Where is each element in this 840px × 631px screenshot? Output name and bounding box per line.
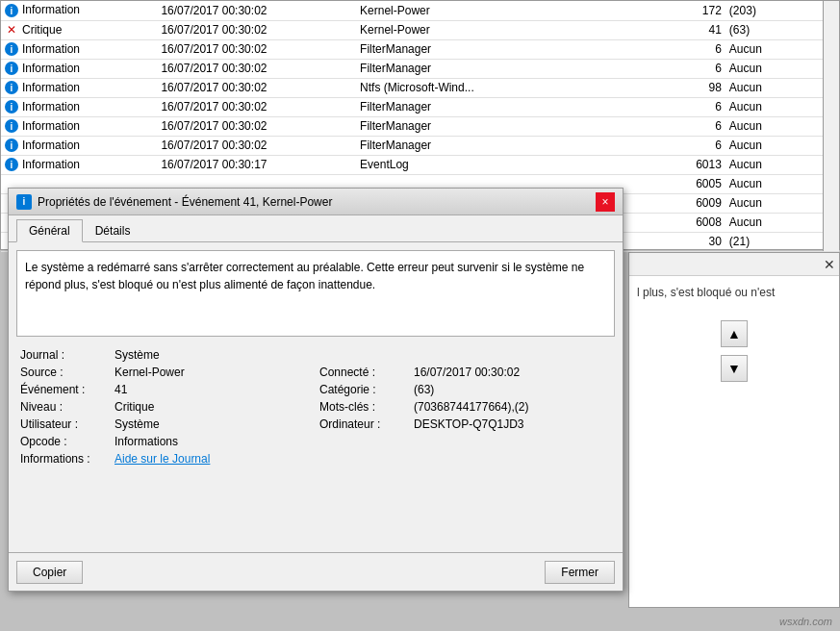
computer-value: DESKTOP-Q7Q1JD3 (414, 417, 611, 431)
id-cell: 6 (640, 116, 725, 136)
event-value: 41 (115, 383, 312, 396)
table-row[interactable]: iInformation 16/07/2017 00:30:02 FilterM… (1, 116, 839, 136)
info-link[interactable]: Aide sur le Journal (115, 452, 312, 466)
source-cell: FilterManager (356, 97, 640, 116)
tab-details[interactable]: Détails (83, 219, 143, 241)
dialog-title-text: Propriétés de l'événement - Événement 41… (38, 195, 596, 209)
table-row[interactable]: iInformation 16/07/2017 00:30:02 Kernel-… (1, 1, 839, 20)
id-cell: 6 (640, 59, 725, 78)
dialog-titlebar: i Propriétés de l'événement - Événement … (9, 189, 623, 215)
id-cell: 6 (640, 97, 725, 116)
table-row[interactable]: iInformation 16/07/2017 00:30:02 FilterM… (1, 59, 839, 78)
computer-label: Ordinateur : (319, 417, 406, 431)
date-cell: 16/07/2017 00:30:17 (157, 155, 356, 174)
table-row[interactable]: iInformation 16/07/2017 00:30:02 FilterM… (1, 136, 839, 155)
source-value: Kernel-Power (115, 366, 312, 379)
dialog-title-icon: i (16, 194, 32, 210)
event-message-box: Le système a redémarré sans s'arrêter co… (16, 250, 615, 337)
copy-button[interactable]: Copier (16, 561, 83, 584)
tab-general[interactable]: Général (16, 219, 83, 242)
event-properties-dialog: i Propriétés de l'événement - Événement … (8, 188, 624, 592)
opcode-label: Opcode : (20, 435, 107, 448)
source-label: Source : (20, 366, 107, 379)
down-button[interactable]: ▼ (721, 355, 748, 382)
level-value: Critique (115, 400, 312, 414)
id-cell: 6 (640, 39, 725, 59)
id-cell: 41 (640, 20, 725, 39)
right-panel-close-btn[interactable]: ✕ (824, 257, 835, 272)
info-icon: i (5, 62, 18, 75)
info-icon: i (5, 158, 18, 171)
right-panel-text: l plus, s'est bloqué ou n'est (629, 276, 839, 309)
dialog-content: Le système a redémarré sans s'arrêter co… (9, 242, 623, 473)
category-value: (63) (414, 383, 611, 396)
level-label: Niveau : (20, 400, 107, 414)
source-cell: EventLog (356, 155, 640, 174)
info-icon: i (5, 119, 18, 133)
critical-icon: ✕ (5, 23, 18, 37)
date-cell: 16/07/2017 00:30:02 (157, 1, 356, 20)
id-cell: 6009 (640, 193, 725, 213)
id-cell: 6008 (640, 213, 725, 232)
date-cell: 16/07/2017 00:30:02 (157, 97, 356, 116)
close-dialog-button[interactable]: Fermer (545, 561, 615, 584)
date-cell: 16/07/2017 00:30:02 (157, 136, 356, 155)
level-cell: iInformation (1, 97, 157, 116)
dialog-tabs: Général Détails (9, 215, 623, 242)
source-cell: FilterManager (356, 59, 640, 78)
opcode-value: Informations (115, 435, 312, 448)
right-panel-header: ✕ (629, 253, 839, 276)
level-cell: iInformation (1, 116, 157, 136)
event-message-text: Le système a redémarré sans s'arrêter co… (25, 261, 584, 291)
id-cell: 6013 (640, 155, 725, 174)
table-row[interactable]: iInformation 16/07/2017 00:30:02 FilterM… (1, 97, 839, 116)
details-grid: Journal : Système Source : Kernel-Power … (16, 348, 615, 466)
source-cell: FilterManager (356, 136, 640, 155)
keywords-value: (70368744177664),(2) (414, 400, 611, 414)
table-row[interactable]: iInformation 16/07/2017 00:30:02 Ntfs (M… (1, 78, 839, 97)
level-cell: iInformation (1, 155, 157, 174)
level-cell: ✕Critique (1, 20, 157, 39)
journal-label: Journal : (20, 348, 107, 362)
table-row[interactable]: ✕Critique 16/07/2017 00:30:02 Kernel-Pow… (1, 20, 839, 39)
source-cell: FilterManager (356, 39, 640, 59)
source-cell: Ntfs (Microsoft-Wind... (356, 78, 640, 97)
level-cell: iInformation (1, 39, 157, 59)
id-cell: 98 (640, 78, 725, 97)
table-row[interactable]: iInformation 16/07/2017 00:30:17 EventLo… (1, 155, 839, 174)
info-icon: i (5, 100, 18, 114)
dialog-close-button[interactable]: × (596, 192, 615, 212)
dialog-footer: Copier Fermer (9, 552, 623, 591)
connected-value: 16/07/2017 00:30:02 (414, 366, 611, 379)
event-label: Événement : (20, 383, 107, 396)
level-cell: iInformation (1, 78, 157, 97)
scrollbar[interactable] (823, 1, 839, 251)
watermark: wsxdn.com (779, 616, 832, 627)
user-value: Système (115, 417, 312, 431)
info-icon: i (5, 139, 18, 152)
info-icon: i (5, 81, 18, 94)
user-label: Utilisateur : (20, 417, 107, 431)
id-cell: 172 (640, 1, 725, 20)
date-cell: 16/07/2017 00:30:02 (157, 59, 356, 78)
date-cell: 16/07/2017 00:30:02 (157, 116, 356, 136)
date-cell: 16/07/2017 00:30:02 (157, 78, 356, 97)
category-label: Catégorie : (319, 383, 406, 396)
source-cell: FilterManager (356, 116, 640, 136)
up-button[interactable]: ▲ (721, 320, 748, 347)
level-cell: iInformation (1, 59, 157, 78)
source-cell: Kernel-Power (356, 20, 640, 39)
info-icon: i (5, 4, 18, 17)
id-cell: 6005 (640, 174, 725, 193)
id-cell: 30 (640, 232, 725, 251)
table-row[interactable]: iInformation 16/07/2017 00:30:02 FilterM… (1, 39, 839, 59)
journal-value: Système (115, 348, 312, 362)
info-icon: i (5, 42, 18, 56)
id-cell: 6 (640, 136, 725, 155)
right-panel: ✕ l plus, s'est bloqué ou n'est ▲ ▼ (628, 252, 840, 608)
date-cell: 16/07/2017 00:30:02 (157, 20, 356, 39)
info-label: Informations : (20, 452, 107, 466)
source-cell: Kernel-Power (356, 1, 640, 20)
connected-label: Connecté : (319, 366, 406, 379)
date-cell: 16/07/2017 00:30:02 (157, 39, 356, 59)
